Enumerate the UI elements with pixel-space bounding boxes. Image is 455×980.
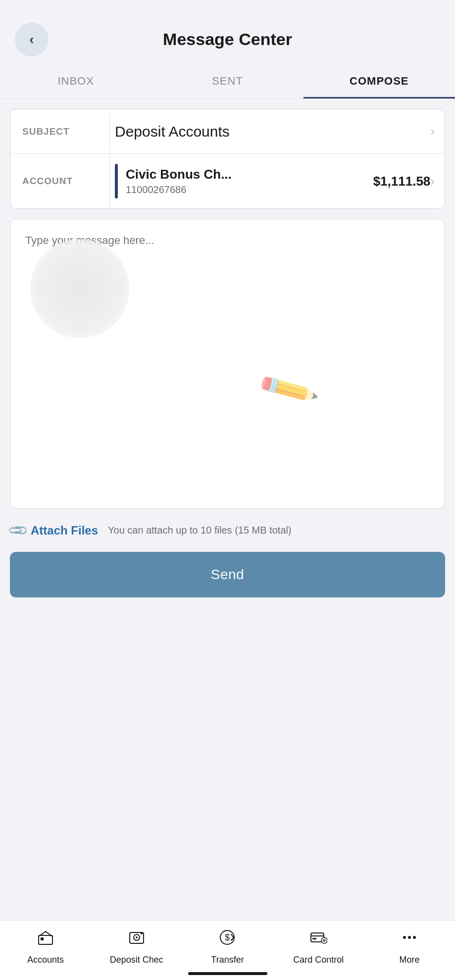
header: ‹ Message Center xyxy=(0,0,455,59)
deposit-check-icon xyxy=(128,929,146,951)
svg-point-5 xyxy=(141,932,143,934)
account-number: 11000267686 xyxy=(126,184,365,196)
nav-deposit-check[interactable]: Deposit Chec xyxy=(91,929,182,965)
transfer-label: Transfer xyxy=(211,955,244,965)
account-name: Civic Bonus Ch... xyxy=(126,167,365,182)
compose-area[interactable]: ✏️ xyxy=(10,219,445,509)
svg-point-4 xyxy=(136,936,138,938)
subject-value: Deposit Accounts xyxy=(115,123,230,140)
svg-rect-1 xyxy=(41,937,44,940)
home-indicator xyxy=(188,972,267,975)
more-label: More xyxy=(400,955,420,965)
nav-transfer[interactable]: $ Transfer xyxy=(182,929,273,965)
accounts-icon xyxy=(37,929,54,951)
nav-card-control[interactable]: Card Control xyxy=(273,929,364,965)
account-color-bar xyxy=(115,164,118,198)
account-row[interactable]: ACCOUNT Civic Bonus Ch... 11000267686 $1… xyxy=(10,154,445,208)
account-label: ACCOUNT xyxy=(10,166,109,196)
subject-chevron-icon: › xyxy=(430,124,435,139)
svg-rect-10 xyxy=(312,938,316,939)
account-chevron-icon: › xyxy=(430,174,435,189)
tab-bar: INBOX SENT COMPOSE xyxy=(0,64,455,99)
paperclip-icon: 📎 xyxy=(7,519,29,541)
svg-point-16 xyxy=(413,936,416,939)
account-info: Civic Bonus Ch... 11000267686 $1,111.58 xyxy=(115,164,430,198)
account-value-container[interactable]: Civic Bonus Ch... 11000267686 $1,111.58 … xyxy=(109,154,445,208)
transfer-icon: $ xyxy=(218,929,236,951)
subject-row[interactable]: SUBJECT Deposit Accounts › xyxy=(10,109,445,154)
nav-more[interactable]: More xyxy=(364,929,455,965)
svg-point-15 xyxy=(408,936,411,939)
page-title: Message Center xyxy=(163,30,292,49)
card-control-label: Card Control xyxy=(293,955,344,965)
message-textarea[interactable] xyxy=(10,219,445,506)
attach-note: You can attach up to 10 files (15 MB tot… xyxy=(108,525,292,536)
svg-point-14 xyxy=(403,936,406,939)
account-details: Civic Bonus Ch... 11000267686 xyxy=(126,167,365,196)
form-card: SUBJECT Deposit Accounts › ACCOUNT Civic… xyxy=(10,109,445,209)
nav-accounts[interactable]: Accounts xyxy=(0,929,91,965)
tab-inbox[interactable]: INBOX xyxy=(0,64,152,98)
send-button[interactable]: Send xyxy=(10,552,445,597)
attach-files-button[interactable]: 📎 Attach Files xyxy=(10,523,98,538)
accounts-label: Accounts xyxy=(27,955,64,965)
attach-row: 📎 Attach Files You can attach up to 10 f… xyxy=(0,509,455,552)
subject-label: SUBJECT xyxy=(10,116,109,147)
attach-label: Attach Files xyxy=(31,524,98,538)
bottom-nav: Accounts Deposit Chec $ Transfer xyxy=(0,920,455,980)
tab-compose[interactable]: COMPOSE xyxy=(303,64,455,98)
chevron-left-icon: ‹ xyxy=(29,32,34,48)
content-spacer xyxy=(0,607,455,706)
subject-value-container[interactable]: Deposit Accounts › xyxy=(109,113,445,150)
account-balance: $1,111.58 xyxy=(373,174,431,189)
svg-text:$: $ xyxy=(225,932,230,942)
card-control-icon xyxy=(309,929,327,951)
more-icon xyxy=(401,929,418,951)
deposit-check-label: Deposit Chec xyxy=(110,955,163,965)
tab-sent[interactable]: SENT xyxy=(152,64,303,98)
form-container: SUBJECT Deposit Accounts › ACCOUNT Civic… xyxy=(0,99,455,209)
back-button[interactable]: ‹ xyxy=(15,23,49,56)
